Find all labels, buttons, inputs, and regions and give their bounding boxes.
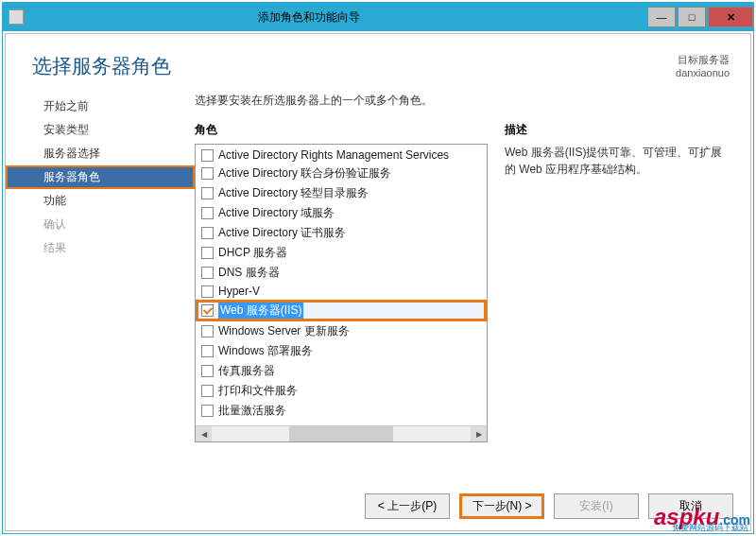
close-button[interactable]: ✕ [708, 7, 753, 27]
role-label: Active Directory 域服务 [218, 205, 335, 221]
wizard-window: 添加角色和功能向导 — □ ✕ 选择服务器角色 目标服务器 danxiaonuo… [2, 2, 754, 534]
step-server-selection[interactable]: 服务器选择 [6, 142, 195, 165]
checkbox-icon[interactable] [201, 167, 214, 180]
scroll-thumb[interactable] [289, 426, 393, 441]
next-button[interactable]: 下一步(N) > [459, 493, 544, 519]
checkbox-icon[interactable] [201, 325, 214, 337]
role-item[interactable]: Active Directory 域服务 [196, 203, 487, 223]
role-item[interactable]: Windows Server 更新服务 [196, 321, 487, 341]
body-row: 开始之前 安装类型 服务器选择 服务器角色 功能 确认 结果 选择要安装在所选服… [6, 89, 750, 484]
step-confirm: 确认 [6, 213, 195, 236]
checkbox-icon[interactable] [201, 207, 214, 219]
target-server-info: 目标服务器 danxiaonuo [676, 53, 730, 78]
step-server-roles[interactable]: 服务器角色 [6, 165, 195, 189]
role-item[interactable]: Hyper-V [196, 283, 487, 300]
role-item[interactable]: DNS 服务器 [196, 263, 487, 283]
checkbox-icon[interactable] [201, 285, 214, 298]
checkbox-icon[interactable] [201, 405, 214, 417]
role-item[interactable]: 批量激活服务 [196, 401, 487, 421]
description-label: 描述 [505, 122, 733, 138]
scroll-left-icon[interactable]: ◀ [196, 426, 212, 441]
role-label: DHCP 服务器 [218, 245, 287, 261]
role-label: Active Directory 轻型目录服务 [218, 185, 369, 201]
role-label: Hyper-V [218, 285, 260, 298]
roles-list-inner[interactable]: Active Directory Rights Management Servi… [196, 145, 487, 425]
checkbox-icon[interactable] [201, 365, 214, 377]
instruction-text: 选择要安装在所选服务器上的一个或多个角色。 [195, 93, 733, 109]
page-title: 选择服务器角色 [32, 53, 171, 79]
maximize-button[interactable]: □ [678, 7, 706, 27]
roles-column: 角色 Active Directory Rights Management Se… [195, 122, 488, 484]
scroll-right-icon[interactable]: ▶ [471, 426, 487, 441]
checkbox-icon[interactable] [201, 304, 214, 317]
role-item[interactable]: 传真服务器 [196, 361, 487, 381]
role-label: 批量激活服务 [218, 403, 286, 419]
wizard-inner: 选择服务器角色 目标服务器 danxiaonuo 开始之前 安装类型 服务器选择… [5, 33, 751, 531]
role-label: Web 服务器(IIS) [218, 303, 303, 319]
step-before-begin[interactable]: 开始之前 [6, 95, 195, 118]
checkbox-icon[interactable] [201, 345, 214, 357]
roles-listbox[interactable]: Active Directory Rights Management Servi… [195, 144, 488, 442]
minimize-button[interactable]: — [647, 7, 676, 27]
role-label: Active Directory 联合身份验证服务 [218, 165, 391, 182]
checkbox-icon[interactable] [201, 247, 214, 259]
checkbox-icon[interactable] [201, 149, 214, 162]
wizard-steps: 开始之前 安装类型 服务器选择 服务器角色 功能 确认 结果 [6, 89, 195, 484]
role-item[interactable]: Active Directory 轻型目录服务 [196, 183, 487, 203]
role-item[interactable]: 打印和文件服务 [196, 381, 487, 401]
target-label: 目标服务器 [676, 53, 730, 67]
checkbox-icon[interactable] [201, 227, 214, 239]
role-item[interactable]: Windows 部署服务 [196, 341, 487, 361]
install-button: 安装(I) [554, 493, 639, 519]
role-label: Active Directory 证书服务 [218, 225, 346, 241]
roles-label: 角色 [195, 122, 488, 138]
checkbox-icon[interactable] [201, 267, 214, 279]
role-label: 传真服务器 [218, 363, 275, 379]
role-item[interactable]: Web 服务器(IIS) [196, 300, 487, 321]
role-label: 打印和文件服务 [218, 383, 298, 399]
step-install-type[interactable]: 安装类型 [6, 118, 195, 142]
checkbox-icon[interactable] [201, 385, 214, 397]
cancel-button[interactable]: 取消 [648, 493, 733, 519]
description-text: Web 服务器(IIS)提供可靠、可管理、可扩展的 Web 应用程序基础结构。 [505, 144, 733, 178]
scroll-track[interactable] [212, 426, 471, 441]
titlebar: 添加角色和功能向导 — □ ✕ [3, 3, 753, 31]
horizontal-scrollbar[interactable]: ◀ ▶ [196, 425, 487, 441]
step-features[interactable]: 功能 [6, 189, 195, 213]
role-label: Windows 部署服务 [218, 343, 313, 359]
role-item[interactable]: Active Directory 证书服务 [196, 223, 487, 243]
role-item[interactable]: Active Directory Rights Management Servi… [196, 147, 487, 164]
window-controls: — □ ✕ [645, 7, 753, 27]
footer-buttons: < 上一步(P) 下一步(N) > 安装(I) 取消 [6, 484, 750, 530]
role-item[interactable]: DHCP 服务器 [196, 243, 487, 263]
target-server: danxiaonuo [676, 67, 730, 78]
step-results: 结果 [6, 236, 195, 260]
columns: 角色 Active Directory Rights Management Se… [195, 122, 733, 484]
description-column: 描述 Web 服务器(IIS)提供可靠、可管理、可扩展的 Web 应用程序基础结… [505, 122, 733, 484]
previous-button[interactable]: < 上一步(P) [365, 493, 450, 519]
role-label: Windows Server 更新服务 [218, 323, 350, 339]
role-item[interactable]: Active Directory 联合身份验证服务 [196, 164, 487, 183]
role-label: Active Directory Rights Management Servi… [218, 148, 449, 162]
window-body: 选择服务器角色 目标服务器 danxiaonuo 开始之前 安装类型 服务器选择… [3, 31, 753, 533]
window-title: 添加角色和功能向导 [0, 9, 645, 26]
main-panel: 选择要安装在所选服务器上的一个或多个角色。 角色 Active Director… [195, 89, 733, 484]
role-label: DNS 服务器 [218, 265, 280, 281]
header-row: 选择服务器角色 目标服务器 danxiaonuo [6, 34, 750, 89]
checkbox-icon[interactable] [201, 187, 214, 199]
